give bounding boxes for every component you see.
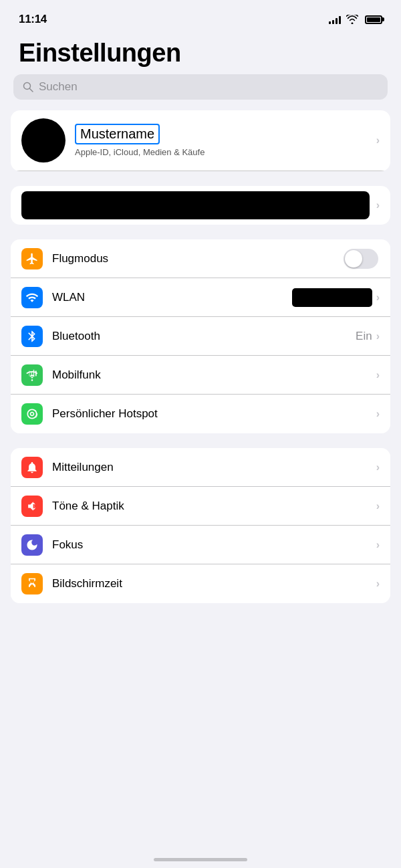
bluetooth-chevron: ›	[376, 330, 380, 342]
svg-rect-6	[35, 370, 37, 376]
svg-rect-3	[29, 370, 30, 376]
bluetooth-label: Bluetooth	[52, 330, 356, 343]
search-icon	[23, 82, 33, 92]
search-placeholder: Suchen	[39, 80, 78, 94]
connectivity-group: Flugmodus WLAN › Bluetooth Ein ›	[11, 239, 390, 433]
toene-chevron: ›	[376, 500, 380, 512]
bildschirmzeit-chevron: ›	[376, 578, 380, 590]
svg-rect-4	[31, 372, 32, 376]
wifi-icon	[346, 15, 358, 24]
hotspot-label: Persönlicher Hotspot	[52, 407, 376, 421]
svg-line-1	[30, 89, 33, 92]
toggle-knob	[345, 250, 362, 267]
settings-row-mobilfunk[interactable]: Mobilfunk ›	[11, 356, 390, 395]
notifications-group: Mitteilungen › Töne & Haptik › Fokus ›	[11, 448, 390, 603]
wlan-icon	[21, 287, 43, 308]
mitteilungen-label: Mitteilungen	[52, 461, 376, 474]
settings-row-wlan[interactable]: WLAN ›	[11, 278, 390, 317]
settings-row-mitteilungen[interactable]: Mitteilungen ›	[11, 448, 390, 487]
status-icons	[329, 15, 382, 24]
profile-name: Mustername	[80, 126, 154, 141]
flugmodus-icon	[21, 248, 43, 269]
settings-row-toene[interactable]: Töne & Haptik ›	[11, 487, 390, 526]
settings-row-bluetooth[interactable]: Bluetooth Ein ›	[11, 317, 390, 356]
wlan-chevron: ›	[376, 292, 380, 304]
profile-row[interactable]: Mustername Apple-ID, iCloud, Medien & Kä…	[11, 110, 390, 171]
mobilfunk-label: Mobilfunk	[52, 368, 376, 382]
toene-label: Töne & Haptik	[52, 500, 376, 513]
signal-icon	[329, 15, 341, 24]
settings-row-flugmodus[interactable]: Flugmodus	[11, 239, 390, 278]
settings-row-bildschirmzeit[interactable]: Bildschirmzeit ›	[11, 564, 390, 603]
flugmodus-label: Flugmodus	[52, 252, 344, 265]
wlan-value-box	[292, 288, 372, 307]
mitteilungen-icon	[21, 457, 43, 478]
battery-icon	[365, 15, 382, 24]
profile-name-box: Mustername	[75, 124, 160, 144]
bluetooth-icon	[21, 326, 43, 347]
svg-point-2	[31, 379, 33, 381]
svg-rect-5	[33, 369, 35, 376]
fokus-icon	[21, 534, 43, 556]
hotspot-icon	[21, 403, 43, 425]
wlan-label: WLAN	[52, 291, 292, 304]
device-row[interactable]: ›	[11, 186, 390, 225]
profile-info: Mustername Apple-ID, iCloud, Medien & Kä…	[75, 124, 376, 157]
profile-group: Mustername Apple-ID, iCloud, Medien & Kä…	[11, 110, 390, 171]
home-indicator	[154, 858, 247, 861]
toene-icon	[21, 496, 43, 517]
page-title: Einstellungen	[0, 33, 401, 74]
settings-row-fokus[interactable]: Fokus ›	[11, 526, 390, 564]
flugmodus-toggle[interactable]	[344, 249, 378, 269]
fokus-chevron: ›	[376, 539, 380, 551]
hotspot-chevron: ›	[376, 408, 380, 420]
profile-avatar	[21, 118, 65, 162]
mitteilungen-chevron: ›	[376, 461, 380, 473]
status-time: 11:14	[19, 13, 47, 26]
search-bar[interactable]: Suchen	[13, 74, 388, 100]
status-bar: 11:14	[0, 0, 401, 33]
fokus-label: Fokus	[52, 538, 376, 552]
mobilfunk-icon	[21, 364, 43, 386]
profile-subtitle: Apple-ID, iCloud, Medien & Käufe	[75, 147, 376, 157]
bildschirmzeit-label: Bildschirmzeit	[52, 577, 376, 590]
bluetooth-value: Ein	[356, 330, 372, 343]
mobilfunk-chevron: ›	[376, 369, 380, 381]
bildschirmzeit-icon	[21, 573, 43, 594]
device-chevron: ›	[376, 199, 380, 211]
profile-chevron: ›	[376, 134, 380, 146]
settings-row-hotspot[interactable]: Persönlicher Hotspot ›	[11, 395, 390, 433]
device-box	[21, 191, 370, 219]
